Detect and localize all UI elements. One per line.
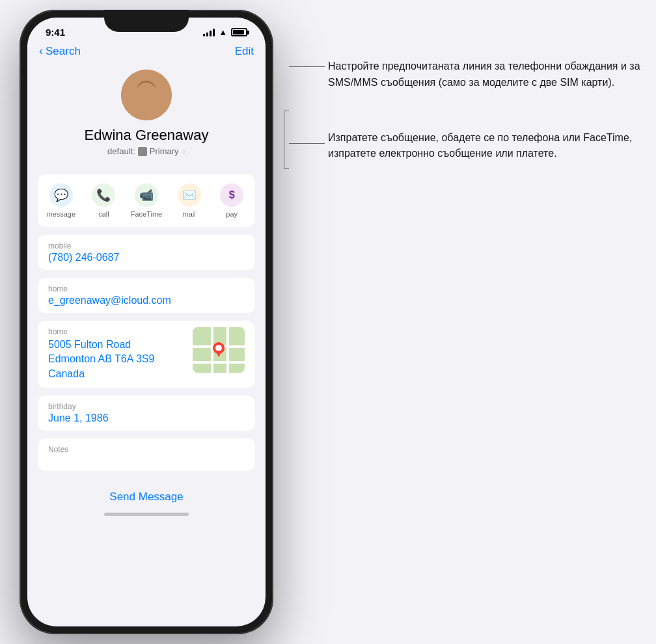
svg-rect-14 bbox=[211, 327, 213, 373]
svg-rect-10 bbox=[229, 348, 245, 361]
sim-card-icon bbox=[138, 147, 147, 156]
address-text: home 5005 Fulton Road Edmonton AB T6A 3S… bbox=[48, 327, 185, 381]
annotation-text-2: Изпратете съобщение, обадете се по телеф… bbox=[328, 130, 640, 163]
profile-section: Edwina Greenaway default: Primary › bbox=[27, 63, 266, 167]
address-label: home bbox=[48, 327, 185, 336]
facetime-icon: 📹 bbox=[135, 183, 158, 207]
back-label: Search bbox=[46, 45, 81, 58]
annotation-text-1: Настройте предпочитаната линия за телефо… bbox=[328, 59, 640, 91]
svg-point-2 bbox=[131, 105, 162, 120]
message-action-button[interactable]: 💬 message bbox=[43, 183, 79, 218]
mail-action-button[interactable]: ✉️ mail bbox=[171, 183, 208, 218]
svg-rect-13 bbox=[193, 361, 245, 364]
svg-point-0 bbox=[121, 70, 172, 120]
map-thumbnail[interactable] bbox=[193, 327, 245, 373]
svg-point-3 bbox=[139, 83, 154, 98]
svg-rect-7 bbox=[229, 327, 245, 345]
edit-button[interactable]: Edit bbox=[235, 45, 254, 58]
facetime-action-button[interactable]: 📹 FaceTime bbox=[128, 183, 165, 218]
action-buttons-row: 💬 message 📞 call 📹 FaceTime ✉️ mail bbox=[38, 174, 255, 227]
svg-rect-15 bbox=[226, 327, 229, 373]
annotation-block-2: Изпратете съобщение, обадете се по телеф… bbox=[328, 130, 640, 163]
send-message-button[interactable]: Send Message bbox=[109, 485, 183, 509]
nav-bar: ‹ Search Edit bbox=[27, 42, 266, 63]
avatar-image bbox=[121, 70, 172, 120]
back-button[interactable]: ‹ Search bbox=[39, 44, 81, 58]
call-icon: 📞 bbox=[92, 183, 115, 207]
email-card: home e_greenaway@icloud.com bbox=[38, 278, 255, 313]
pay-action-button[interactable]: $ pay bbox=[213, 183, 250, 218]
phone-card: mobile (780) 246-0687 bbox=[38, 235, 255, 270]
chevron-left-icon: ‹ bbox=[39, 44, 43, 58]
contact-default-line[interactable]: default: Primary › bbox=[107, 146, 185, 156]
address-line1: 5005 Fulton Road bbox=[48, 338, 185, 352]
phone-frame: 9:41 ▲ ‹ Search Edit bbox=[0, 0, 312, 644]
email-item[interactable]: home e_greenaway@icloud.com bbox=[38, 278, 255, 313]
status-time: 9:41 bbox=[46, 27, 65, 38]
email-value[interactable]: e_greenaway@icloud.com bbox=[48, 295, 245, 306]
annotation-line-1 bbox=[289, 66, 325, 67]
address-card[interactable]: home 5005 Fulton Road Edmonton AB T6A 3S… bbox=[38, 321, 255, 388]
annotation-top: Настройте предпочитаната линия за телефо… bbox=[328, 20, 640, 214]
birthday-card: birthday June 1, 1986 bbox=[38, 396, 255, 431]
address-line2: Edmonton AB T6A 3S9 bbox=[48, 352, 185, 366]
phone-item[interactable]: mobile (780) 246-0687 bbox=[38, 235, 255, 270]
notes-label: Notes bbox=[48, 445, 245, 454]
chevron-right-icon: › bbox=[183, 146, 185, 156]
wifi-icon: ▲ bbox=[219, 27, 227, 37]
email-label: home bbox=[48, 284, 245, 293]
sim-label: Primary bbox=[150, 146, 179, 156]
battery-icon bbox=[231, 28, 247, 36]
facetime-label: FaceTime bbox=[131, 210, 163, 218]
bottom-action: Send Message bbox=[27, 479, 266, 529]
svg-point-17 bbox=[215, 345, 222, 351]
contact-name: Edwina Greenaway bbox=[85, 127, 209, 144]
phone-screen: 9:41 ▲ ‹ Search Edit bbox=[27, 18, 266, 626]
message-icon: 💬 bbox=[49, 183, 73, 207]
avatar bbox=[121, 70, 172, 120]
content-scroll[interactable]: Edwina Greenaway default: Primary › 💬 me… bbox=[27, 63, 266, 620]
phone-label: mobile bbox=[48, 241, 245, 250]
signal-bars-icon bbox=[203, 29, 215, 36]
annotation-bracket bbox=[284, 111, 289, 169]
call-label: call bbox=[98, 210, 109, 218]
notch bbox=[104, 10, 189, 32]
mail-label: mail bbox=[183, 210, 196, 218]
pay-icon: $ bbox=[220, 183, 243, 207]
home-indicator bbox=[104, 513, 189, 516]
phone-outer: 9:41 ▲ ‹ Search Edit bbox=[20, 10, 273, 634]
svg-rect-5 bbox=[193, 327, 211, 345]
birthday-value[interactable]: June 1, 1986 bbox=[48, 412, 245, 424]
notes-card: Notes bbox=[38, 438, 255, 471]
pay-label: pay bbox=[226, 210, 238, 218]
annotation-panel: Настройте предпочитаната линия за телефо… bbox=[312, 0, 656, 234]
phone-value[interactable]: (780) 246-0687 bbox=[48, 252, 245, 263]
svg-point-1 bbox=[137, 81, 156, 100]
message-label: message bbox=[46, 210, 75, 218]
default-label: default: bbox=[107, 146, 135, 156]
annotation-block-1: Настройте предпочитаната линия за телефо… bbox=[328, 59, 640, 91]
birthday-label: birthday bbox=[48, 402, 245, 411]
status-icons: ▲ bbox=[203, 27, 247, 37]
svg-rect-8 bbox=[193, 348, 211, 361]
call-action-button[interactable]: 📞 call bbox=[86, 183, 122, 218]
svg-rect-11 bbox=[193, 364, 245, 373]
annotation-line-2 bbox=[289, 143, 325, 144]
mail-icon: ✉️ bbox=[178, 183, 201, 207]
address-line3: Canada bbox=[48, 367, 185, 381]
